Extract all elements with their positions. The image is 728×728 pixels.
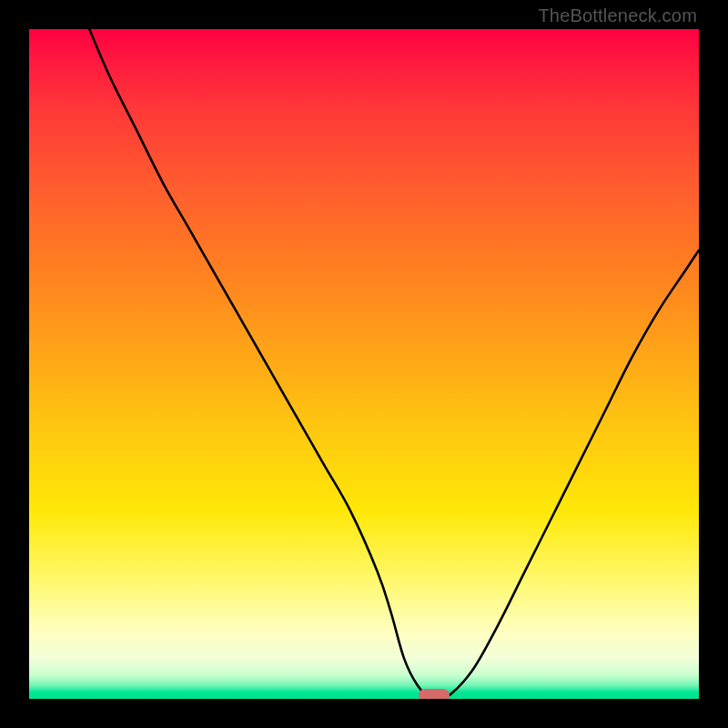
plot-area (29, 29, 699, 699)
watermark-text: TheBottleneck.com (538, 5, 697, 26)
optimum-marker (419, 689, 450, 699)
chart-frame: TheBottleneck.com (0, 0, 728, 728)
curve-layer (29, 29, 699, 699)
bottleneck-curve (89, 29, 699, 699)
